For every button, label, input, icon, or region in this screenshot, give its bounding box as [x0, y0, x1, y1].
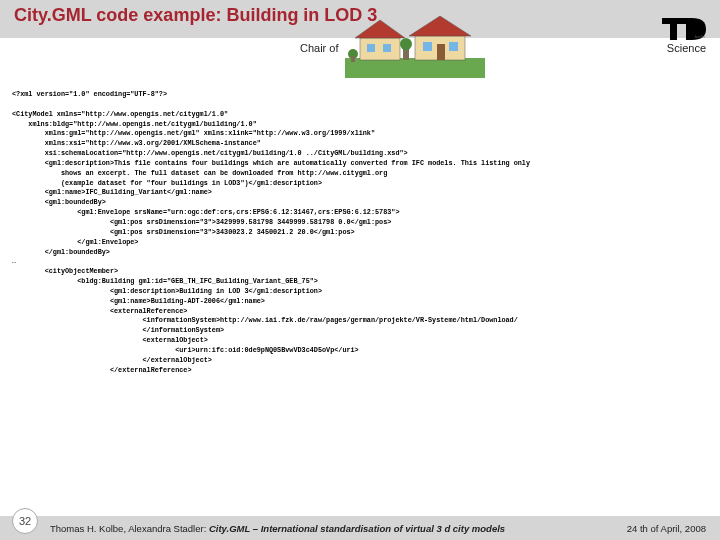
code-content: <?xml version="1.0" encoding="UTF-8"?> <… [12, 90, 708, 506]
code-line: xmlns:xsi="http://www.w3.org/2001/XMLSch… [12, 139, 261, 147]
code-line: </informationSystem> [12, 326, 224, 334]
code-line: … [12, 257, 16, 265]
code-line: <bldg:Building gml:id="GEB_TH_IFC_Buildi… [12, 277, 318, 285]
code-fragment: xmlns:gml="http://www.opengis.net/gml" x… [28, 129, 375, 137]
code-line: <gml:description>This file contains four… [12, 159, 530, 167]
code-fragment: <gml:pos srsDimension="3">3430023.2 3450… [61, 228, 355, 236]
svg-rect-9 [449, 42, 458, 51]
code-line: <gml:Envelope srsName="urn:ogc:def:crs,c… [12, 208, 400, 216]
svg-rect-3 [367, 44, 375, 52]
footer-authors: Thomas H. Kolbe, Alexandra Stadler: [50, 523, 206, 534]
code-line: xmlns:gml="http://www.opengis.net/gml" x… [12, 129, 375, 137]
xml-listing: <?xml version="1.0" encoding="UTF-8"?> <… [12, 90, 708, 375]
svg-rect-17 [686, 18, 692, 40]
code-line: <gml:name>Building-ADT-2006</gml:name> [12, 297, 265, 305]
code-line: <uri>urn:ifc:oid:0de9pNQ0SBvwVD3c4D5oVp<… [12, 346, 359, 354]
code-fragment: xsi:schemaLocation="http://www.opengis.n… [28, 149, 407, 157]
code-line: <gml:name>IFC_Building_Variant</gml:name… [12, 188, 212, 196]
code-fragment: </informationSystem> [77, 326, 224, 334]
code-fragment: <gml:description>Building in LOD 3</gml:… [61, 287, 322, 295]
code-fragment: <gml:Envelope srsName="urn:ogc:def:crs,c… [45, 208, 400, 216]
svg-marker-6 [409, 16, 471, 36]
code-fragment: <gml:description>This file contains four… [28, 159, 530, 167]
page-number: 32 [12, 508, 38, 534]
code-fragment: shows an excerpt. The full dataset can b… [28, 169, 387, 177]
code-line: xsi:schemaLocation="http://www.opengis.n… [12, 149, 408, 157]
code-fragment: <externalReference> [61, 307, 187, 315]
code-line: <externalReference> [12, 307, 187, 315]
svg-rect-8 [437, 44, 445, 60]
svg-rect-0 [345, 58, 485, 78]
code-fragment: <externalObject> [77, 336, 208, 344]
svg-rect-1 [360, 38, 400, 60]
code-line: <externalObject> [12, 336, 208, 344]
code-line: <gml:pos srsDimension="3">3429999.581798… [12, 218, 391, 226]
footer-bar: Thomas H. Kolbe, Alexandra Stadler: City… [0, 516, 720, 540]
svg-text:berlin: berlin [695, 34, 705, 39]
footer-left: Thomas H. Kolbe, Alexandra Stadler: City… [50, 523, 627, 534]
code-fragment: </externalReference> [61, 366, 192, 374]
svg-rect-13 [351, 56, 355, 62]
code-line: <?xml version="1.0" encoding="UTF-8"?> [12, 90, 167, 98]
code-fragment: <gml:name>IFC_Building_Variant</gml:name… [28, 188, 212, 196]
svg-rect-4 [383, 44, 391, 52]
code-fragment: <gml:name>Building-ADT-2006</gml:name> [61, 297, 265, 305]
code-fragment: </externalObject> [77, 356, 212, 364]
code-line: </gml:boundedBy> [12, 248, 110, 256]
code-fragment: <gml:boundedBy> [28, 198, 106, 206]
code-fragment: (example dataset for "four buildings in … [28, 179, 322, 187]
svg-rect-7 [423, 42, 432, 51]
code-line: </externalReference> [12, 366, 191, 374]
code-line: <CityModel xmlns="http://www.opengis.net… [12, 110, 228, 118]
code-line: shows an excerpt. The full dataset can b… [12, 169, 387, 177]
code-line: <gml:boundedBy> [12, 198, 106, 206]
code-line: xmlns:bldg="http://www.opengis.net/cityg… [12, 120, 257, 128]
code-fragment: </gml:boundedBy> [28, 248, 110, 256]
subtitle-right: Science [667, 42, 706, 54]
code-line: <informationSystem>http://www.iai.fzk.de… [12, 316, 518, 324]
footer-date: 24 th of April, 2008 [627, 523, 706, 534]
code-fragment: <bldg:Building gml:id="GEB_TH_IFC_Buildi… [45, 277, 318, 285]
logo-icon: berlin [660, 14, 708, 42]
svg-rect-16 [670, 18, 677, 40]
code-line: </externalObject> [12, 356, 212, 364]
code-fragment: <informationSystem>http://www.iai.fzk.de… [77, 316, 518, 324]
house-illustration [345, 8, 485, 78]
code-line: </gml:Envelope> [12, 238, 138, 246]
code-fragment: <cityObjectMember> [28, 267, 118, 275]
footer-talk-title: City.GML – International standardisation… [209, 523, 505, 534]
code-fragment: </gml:Envelope> [45, 238, 139, 246]
code-fragment: <gml:pos srsDimension="3">3429999.581798… [61, 218, 391, 226]
subtitle-left: Chair of [300, 42, 339, 54]
code-fragment: xmlns:xsi="http://www.w3.org/2001/XMLSch… [28, 139, 261, 147]
svg-marker-2 [355, 20, 405, 38]
code-line: <gml:description>Building in LOD 3</gml:… [12, 287, 322, 295]
code-line: <gml:pos srsDimension="3">3430023.2 3450… [12, 228, 355, 236]
code-line: (example dataset for "four buildings in … [12, 179, 322, 187]
code-fragment: <uri>urn:ifc:oid:0de9pNQ0SBvwVD3c4D5oVp<… [94, 346, 359, 354]
footer-title: City.GML – International standardisation… [209, 523, 505, 534]
svg-point-11 [400, 38, 412, 50]
code-line: <cityObjectMember> [12, 267, 118, 275]
